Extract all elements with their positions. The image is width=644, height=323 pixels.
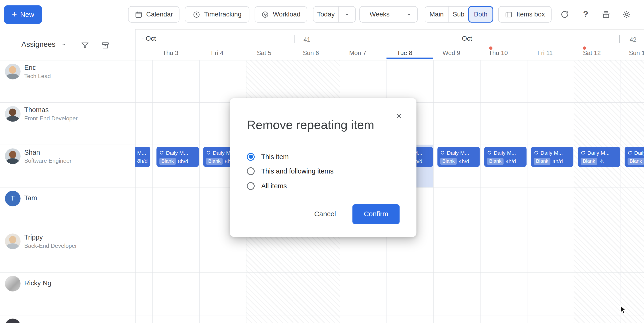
calendar-icon: [135, 11, 142, 18]
help-button[interactable]: ?: [579, 7, 592, 21]
main-sub-both-segmented: Main Sub Both: [425, 6, 493, 23]
radio-this-and-following[interactable]: This and following items: [247, 167, 400, 175]
modal-title: Remove repeating item: [247, 118, 400, 132]
calendar-button-label: Calendar: [146, 11, 173, 18]
month-label: Oct: [450, 35, 483, 42]
items-box-button[interactable]: Items box: [498, 6, 552, 23]
close-icon[interactable]: ×: [395, 111, 402, 122]
day-header-sun6[interactable]: Sun 6: [288, 49, 334, 57]
radio-all-items[interactable]: All items: [247, 182, 400, 190]
person-row-ricky[interactable]: Ricky Ng: [0, 272, 135, 291]
week-number: 42: [630, 36, 636, 43]
task-bar-fri11[interactable]: Daily M... Blank4h/d: [531, 147, 573, 167]
blank-badge: Blank: [487, 158, 504, 165]
chevron-down-icon: [406, 12, 412, 17]
day-header-thu3[interactable]: Thu 3: [147, 49, 194, 57]
person-name: Shan: [24, 148, 72, 156]
day-header-sat12[interactable]: Sat 12: [568, 49, 615, 57]
task-bar-thu10[interactable]: Daily M... Blank4h/d: [484, 147, 526, 167]
chevron-down-icon: [344, 12, 350, 17]
radio-this-item[interactable]: This item: [247, 153, 400, 161]
zoom-level-select[interactable]: Weeks: [359, 6, 418, 23]
person-row-shan[interactable]: ShanSoftware Engineer: [0, 145, 135, 164]
segment-main[interactable]: Main: [425, 7, 448, 22]
resource-planner-app: + New Calendar Timetracking Workload Tod…: [0, 0, 644, 323]
assignees-sidebar: Assignees EricTech Lead ThomasFront-End …: [0, 29, 135, 323]
person-row-thomas[interactable]: ThomasFront-End Developer: [0, 102, 135, 122]
radio-unselected-icon: [247, 182, 254, 190]
remove-repeating-item-modal: × Remove repeating item This item This a…: [230, 98, 416, 237]
person-row-eric[interactable]: EricTech Lead: [0, 60, 135, 79]
avatar: [5, 276, 20, 291]
toolbar: + New Calendar Timetracking Workload Tod…: [0, 0, 644, 29]
row-divider: [0, 315, 644, 315]
repeat-icon: [581, 150, 585, 155]
items-box-button-label: Items box: [516, 11, 545, 18]
blank-badge: Blank: [440, 158, 457, 165]
radio-label: This and following items: [261, 167, 334, 175]
day-header-sun13[interactable]: Sun 13: [615, 49, 644, 57]
funnel-icon: [81, 41, 89, 49]
task-bar-sat12[interactable]: Daily M... Blank⚠: [578, 147, 620, 167]
segment-sub[interactable]: Sub: [448, 7, 468, 22]
holiday-dot: [489, 47, 492, 50]
timeline-header: - Oct 41 Oct 42 Thu 3 Fri 4 Sat 5 Sun 6 …: [135, 29, 644, 60]
day-header-thu10[interactable]: Thu 10: [475, 49, 522, 57]
task-bar-sun13[interactable]: Daily M... Blank: [625, 147, 644, 167]
timetracking-button[interactable]: Timetracking: [185, 6, 250, 23]
person-row-trippy[interactable]: TrippyBack-End Developer: [0, 230, 135, 249]
avatar-initial: T: [5, 191, 20, 206]
today-button[interactable]: Today: [313, 7, 338, 22]
filter-button[interactable]: [81, 41, 89, 51]
person-row-tam[interactable]: T Tam: [0, 187, 135, 206]
segment-both-selected[interactable]: Both: [468, 6, 494, 23]
gear-icon: [622, 10, 631, 19]
task-bar-cut[interactable]: M... 8h/d: [135, 147, 150, 167]
workload-button[interactable]: Workload: [254, 6, 307, 23]
avatar: [5, 148, 20, 164]
person-name: Eric: [24, 64, 51, 72]
today-split-button: Today: [313, 6, 356, 23]
week-number: 41: [304, 36, 310, 43]
whats-new-button[interactable]: [599, 7, 613, 21]
confirm-button[interactable]: Confirm: [352, 204, 400, 224]
day-header-tue8-today[interactable]: Tue 8: [381, 49, 428, 57]
calendar-button[interactable]: Calendar: [128, 6, 180, 23]
radio-selected-icon: [247, 153, 254, 161]
task-bar-thu3[interactable]: Daily M... Blank8h/d: [156, 147, 199, 167]
repeat-icon: [440, 150, 445, 155]
repeat-icon: [159, 150, 164, 155]
day-header-fri11[interactable]: Fri 11: [522, 49, 568, 57]
assignees-dropdown[interactable]: Assignees: [21, 40, 66, 49]
week-separator: [619, 35, 620, 43]
warning-icon: ⚠: [599, 158, 604, 164]
task-title: Daily M...: [634, 150, 644, 156]
timetracking-button-label: Timetracking: [204, 11, 242, 18]
repeat-icon: [206, 150, 211, 155]
task-title: Daily M...: [447, 150, 469, 156]
day-header-sat5[interactable]: Sat 5: [241, 49, 288, 57]
week-separator: [294, 35, 294, 43]
person-row-partial[interactable]: [0, 315, 135, 323]
refresh-icon: [560, 10, 569, 19]
cancel-button[interactable]: Cancel: [312, 210, 338, 219]
refresh-button[interactable]: [558, 7, 572, 21]
today-dropdown-button[interactable]: [338, 7, 355, 22]
archive-button[interactable]: [101, 41, 110, 51]
new-button-label: New: [20, 11, 34, 19]
settings-button[interactable]: [620, 7, 634, 21]
screenshot-viewport: + New Calendar Timetracking Workload Tod…: [0, 0, 644, 323]
holiday-dot: [583, 47, 586, 50]
today-underline: [386, 58, 433, 59]
task-title: Daily M...: [494, 150, 516, 156]
day-header-wed9[interactable]: Wed 9: [428, 49, 475, 57]
day-header-fri4[interactable]: Fri 4: [194, 49, 240, 57]
sidebar-header: Assignees: [0, 29, 135, 60]
person-role: Software Engineer: [24, 158, 72, 164]
items-box-icon: [505, 11, 513, 18]
task-bar-wed9[interactable]: Daily M... Blank4h/d: [437, 147, 480, 167]
person-role: Tech Lead: [24, 73, 51, 80]
task-hours: 4h/d: [552, 158, 563, 164]
new-button[interactable]: + New: [4, 6, 42, 24]
day-header-mon7[interactable]: Mon 7: [334, 49, 381, 57]
